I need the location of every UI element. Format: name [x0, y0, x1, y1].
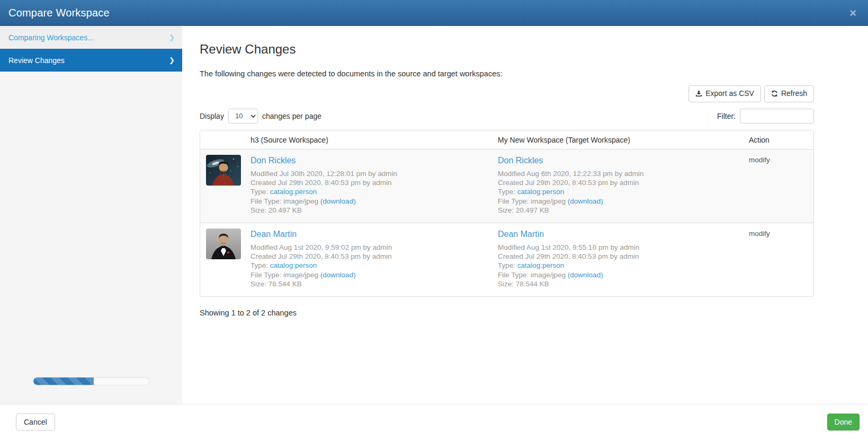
type-link[interactable]: catalog:person — [270, 188, 317, 196]
display-prefix-label: Display — [200, 112, 224, 120]
close-icon[interactable]: × — [846, 7, 860, 19]
progress-bar-fill — [33, 377, 94, 385]
page-size-control: Display 10 changes per page — [200, 109, 321, 124]
action-cell: modify — [749, 150, 813, 223]
modal-body: Comparing Workspaces... ❯ Review Changes… — [0, 26, 868, 404]
source-document-cell: Don Rickles Modified Jul 30th 2020, 12:2… — [250, 150, 498, 223]
type-label: Type: — [498, 188, 515, 196]
created-text: Created Jul 29th 2020, 8:40:53 pm by adm… — [498, 252, 745, 261]
modified-text: Modified Aug 6th 2020, 12:22:33 pm by ad… — [498, 169, 745, 178]
action-cell: modify — [749, 223, 813, 296]
modal-header: Compare Workspace × — [0, 0, 868, 26]
action-column-header: Action — [749, 130, 813, 149]
document-thumbnail — [206, 155, 241, 186]
target-column-header: My New Workspace (Target Workspace) — [498, 130, 749, 149]
thumbnail-cell — [200, 223, 250, 296]
cancel-button[interactable]: Cancel — [16, 414, 55, 431]
modified-text: Modified Aug 1st 2020, 9:59:02 pm by adm… — [250, 243, 494, 252]
download-link[interactable]: (download) — [568, 197, 603, 205]
filetype-label: File Type: image/jpeg — [498, 197, 566, 205]
document-title-link[interactable]: Dean Martin — [250, 230, 297, 239]
table-header-row: h3 (Source Workspace) My New Workspace (… — [200, 130, 813, 149]
results-summary: Showing 1 to 2 of 2 changes — [200, 309, 814, 317]
type-line: Type: catalog:person — [250, 261, 494, 270]
table-row: Don Rickles Modified Jul 30th 2020, 12:2… — [200, 149, 813, 223]
modified-text: Modified Aug 1st 2020, 9:55:10 pm by adm… — [498, 243, 745, 252]
size-text: Size: 78.544 KB — [250, 279, 494, 288]
size-text: Size: 20.497 KB — [498, 206, 745, 215]
chevron-right-icon: ❯ — [169, 56, 175, 64]
filter-label: Filter: — [717, 112, 736, 120]
created-text: Created Jul 29th 2020, 8:40:53 pm by adm… — [250, 178, 494, 187]
filetype-line: File Type: image/jpeg (download) — [498, 270, 745, 279]
page-size-select[interactable]: 10 — [228, 109, 258, 124]
filter-input[interactable] — [740, 109, 814, 124]
type-link[interactable]: catalog:person — [517, 261, 565, 269]
type-line: Type: catalog:person — [498, 261, 745, 270]
type-label: Type: — [250, 261, 268, 269]
target-document-cell: Don Rickles Modified Aug 6th 2020, 12:22… — [498, 150, 749, 223]
source-column-header: h3 (Source Workspace) — [250, 130, 498, 149]
sidebar: Comparing Workspaces... ❯ Review Changes… — [0, 26, 182, 404]
document-title-link[interactable]: Don Rickles — [498, 156, 543, 165]
type-link[interactable]: catalog:person — [517, 188, 565, 196]
source-document-cell: Dean Martin Modified Aug 1st 2020, 9:59:… — [250, 223, 498, 296]
size-text: Size: 20.497 KB — [250, 206, 494, 215]
sidebar-item-review-changes[interactable]: Review Changes ❯ — [0, 49, 182, 72]
page-title: Review Changes — [200, 42, 814, 57]
modal-title: Compare Workspace — [8, 7, 110, 19]
created-text: Created Jul 29th 2020, 8:40:53 pm by adm… — [498, 178, 745, 187]
modal-footer: Cancel Done — [0, 404, 868, 439]
filetype-label: File Type: image/jpeg — [498, 271, 566, 279]
document-title-link[interactable]: Dean Martin — [498, 230, 544, 239]
controls-row: Display 10 changes per page Filter: — [200, 109, 814, 124]
compare-workspace-modal: Compare Workspace × Comparing Workspaces… — [0, 0, 868, 439]
filetype-line: File Type: image/jpeg (download) — [498, 197, 745, 206]
filetype-label: File Type: image/jpeg — [250, 197, 318, 205]
export-csv-button[interactable]: Export as CSV — [688, 85, 761, 102]
description-text: The following changes were detected to d… — [200, 69, 814, 78]
download-link[interactable]: (download) — [320, 197, 356, 205]
main-content: Review Changes The following changes wer… — [182, 26, 868, 404]
filter-control: Filter: — [717, 109, 814, 124]
document-thumbnail — [206, 229, 241, 259]
done-button[interactable]: Done — [827, 414, 860, 431]
display-suffix-label: changes per page — [262, 112, 321, 120]
export-csv-label: Export as CSV — [705, 89, 754, 99]
type-line: Type: catalog:person — [250, 187, 494, 196]
size-text: Size: 78.544 KB — [498, 279, 745, 288]
target-document-cell: Dean Martin Modified Aug 1st 2020, 9:55:… — [498, 223, 749, 296]
refresh-button[interactable]: Refresh — [764, 85, 814, 102]
progress-bar — [33, 377, 150, 385]
filetype-line: File Type: image/jpeg (download) — [250, 197, 494, 206]
refresh-icon — [771, 90, 778, 97]
table-row: Dean Martin Modified Aug 1st 2020, 9:59:… — [200, 223, 813, 296]
document-title-link[interactable]: Don Rickles — [250, 156, 296, 165]
thumbnail-cell — [200, 150, 250, 223]
filetype-line: File Type: image/jpeg (download) — [250, 270, 494, 279]
download-link[interactable]: (download) — [568, 271, 603, 279]
refresh-label: Refresh — [781, 89, 807, 99]
modified-text: Modified Jul 30th 2020, 12:28:01 pm by a… — [250, 169, 494, 178]
sidebar-item-label: Comparing Workspaces... — [8, 33, 94, 42]
type-label: Type: — [250, 188, 268, 196]
thumbnail-column-header — [200, 130, 250, 149]
download-link[interactable]: (download) — [320, 271, 356, 279]
type-label: Type: — [498, 261, 515, 269]
sidebar-item-label: Review Changes — [8, 56, 65, 65]
created-text: Created Jul 29th 2020, 8:40:53 pm by adm… — [250, 252, 494, 261]
type-line: Type: catalog:person — [498, 187, 745, 196]
toolbar: Export as CSV Refresh — [200, 85, 814, 102]
download-icon — [695, 90, 702, 97]
changes-table: h3 (Source Workspace) My New Workspace (… — [200, 130, 814, 297]
type-link[interactable]: catalog:person — [270, 261, 317, 269]
filetype-label: File Type: image/jpeg — [250, 271, 318, 279]
chevron-right-icon: ❯ — [169, 33, 175, 41]
sidebar-item-comparing-workspaces[interactable]: Comparing Workspaces... ❯ — [0, 26, 182, 49]
